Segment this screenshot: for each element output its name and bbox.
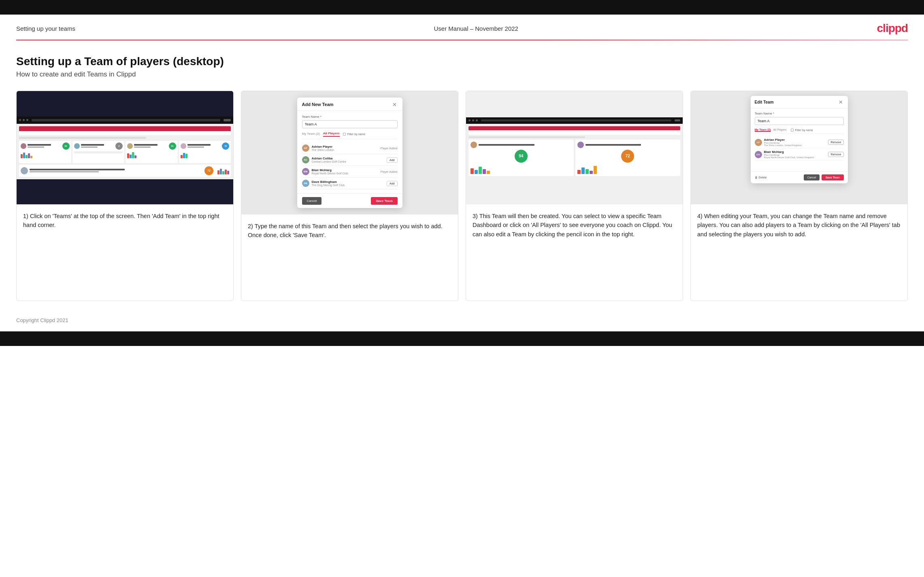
dialog-footer: Cancel Save Team [297,193,402,208]
edit-filter-label: Filter by name [795,129,813,132]
top-bar [0,0,924,15]
card-3-desc: 3) This Team will then be created. You c… [466,204,683,301]
header-logo-area: clippd [877,22,908,35]
edit-dialog-body: Team Name * My Team (2) All Players Filt… [751,108,848,171]
dialog-close-button[interactable]: ✕ [392,102,398,107]
edit-filter-checkbox[interactable] [791,129,794,132]
edit-tab-all-players[interactable]: All Players [773,128,786,132]
filter-row: Filter by name [343,133,365,136]
bottom-bar [0,331,924,346]
player-info: Adrian Player The Shire London [312,145,378,151]
edit-player-name: Blair McHarg [764,150,826,154]
screenshot-3: 94 [466,91,683,204]
filter-label: Filter by name [347,133,365,136]
copyright-text: Copyright Clippd 2021 [16,317,68,323]
edit-player-name: Adrian Player [764,138,826,142]
clippd-logo: clippd [877,22,908,34]
dialog-body: Team Name * My Team (2) All Players Filt… [297,111,402,193]
card-1: 84 [16,91,234,301]
edit-player-row: AP Adrian Player Plus HandicapThe Shire … [755,136,844,148]
player-club: Central London Golf Centre [312,160,385,163]
sc3-nav [466,117,683,124]
card-3: 94 [466,91,683,301]
player-avatar: BM [302,168,309,175]
edit-dialog-close-button[interactable]: ✕ [838,99,844,105]
player-avatar: DB [302,180,309,187]
page-footer: Copyright Clippd 2021 [0,313,924,331]
edit-player-info: Adrian Player Plus HandicapThe Shire Lon… [764,138,826,146]
card-4-desc: 4) When editing your Team, you can chang… [691,204,907,301]
player-name: Dave Billingham [312,180,385,184]
trash-icon: 🗑 [755,176,758,179]
edit-tab-my-team[interactable]: My Team (2) [755,128,771,132]
player-name: Adrian Coliba [312,157,385,160]
edit-dialog-title: Edit Team [755,100,774,104]
edit-cancel-button[interactable]: Cancel [804,174,820,180]
remove-player-button[interactable]: Remove [828,140,843,145]
edit-dialog-footer: 🗑 Delete Cancel Save Team [751,171,848,183]
player-club: The Shire London [312,148,378,151]
edit-player-club: Plus HandicapThe Shire London, United Ki… [764,142,826,146]
header-section-label: Setting up your teams [16,25,75,32]
add-team-dialog: Add New Team ✕ Team Name * My Team (2) A… [297,98,402,208]
edit-player-avatar: AP [755,139,762,146]
player-info: Adrian Coliba Central London Golf Centre [312,157,385,163]
page-subtitle: How to create and edit Teams in Clippd [16,70,908,78]
card-2: Add New Team ✕ Team Name * My Team (2) A… [241,91,458,301]
delete-team-button[interactable]: 🗑 Delete [755,176,767,179]
edit-save-team-button[interactable]: Save Team [822,174,843,180]
screenshot-2: Add New Team ✕ Team Name * My Team (2) A… [241,91,458,214]
sc1-content: 84 [17,124,233,179]
filter-checkbox[interactable] [343,133,346,136]
edit-player-row: BM Blair McHarg Plus HandicapRoyal North… [755,148,844,161]
edit-player-avatar: BM [755,151,762,158]
dialog-tabs-row: My Team (2) All Players Filter by name [302,132,398,139]
edit-field-label: Team Name * [755,112,844,115]
player-info: Dave Billingham The Dog Manog Golf Club [312,180,385,187]
player-add-button[interactable]: Add [387,157,397,163]
player-add-button[interactable]: Add [387,181,397,186]
page-title-area: Setting up a Team of players (desktop) H… [0,40,924,87]
player-row: BM Blair McHarg Royal North Devon Golf C… [302,166,398,178]
screenshot-1: 84 [17,91,233,204]
edit-player-info: Blair McHarg Plus HandicapRoyal North De… [764,150,826,159]
edit-footer-right: Cancel Save Team [804,174,844,180]
field-label: Team Name * [302,115,398,119]
page-title: Setting up a Team of players (desktop) [16,55,908,68]
card-1-desc: 1) Click on 'Teams' at the top of the sc… [17,204,233,301]
player-list: AP Adrian Player The Shire London Player… [302,142,398,189]
player-club: Royal North Devon Golf Club [312,172,378,175]
edit-team-name-input[interactable] [755,117,844,125]
player-row: AP Adrian Player The Shire London Player… [302,142,398,154]
sc3-content: 94 [466,124,683,178]
player-name: Blair McHarg [312,168,378,172]
player-avatar: AP [302,144,309,152]
player-info: Blair McHarg Royal North Devon Golf Club [312,168,378,175]
edit-tabs-row: My Team (2) All Players Filter by name [755,128,844,134]
player-name: Adrian Player [312,145,378,148]
cancel-button[interactable]: Cancel [302,197,322,205]
player-avatar: AC [302,156,309,163]
edit-filter-row: Filter by name [791,128,813,132]
team-name-input[interactable] [302,120,398,128]
card-4: Edit Team ✕ Team Name * My Team (2) All … [690,91,908,301]
player-added-label: Player Added [381,147,398,150]
remove-player-button[interactable]: Remove [828,152,843,157]
save-team-button[interactable]: Save Team [371,197,397,205]
edit-player-club: Plus HandicapRoyal North Devon Golf Club… [764,154,826,159]
header-manual-title: User Manual – November 2022 [434,25,518,32]
screenshot-4: Edit Team ✕ Team Name * My Team (2) All … [691,91,907,204]
player-row: AC Adrian Coliba Central London Golf Cen… [302,154,398,166]
header: Setting up your teams User Manual – Nove… [0,15,924,40]
cards-container: 84 [0,87,924,313]
edit-team-dialog: Edit Team ✕ Team Name * My Team (2) All … [751,96,848,183]
player-row: DB Dave Billingham The Dog Manog Golf Cl… [302,178,398,189]
player-added-label: Player Added [381,170,398,173]
dialog-header: Add New Team ✕ [297,98,402,111]
player-club: The Dog Manog Golf Club [312,184,385,187]
tab-my-team[interactable]: My Team (2) [302,132,320,136]
tab-all-players[interactable]: All Players [323,132,340,137]
sc1-nav [17,117,233,124]
card-2-desc: 2) Type the name of this Team and then s… [241,214,458,301]
dialog-title: Add New Team [302,102,334,107]
